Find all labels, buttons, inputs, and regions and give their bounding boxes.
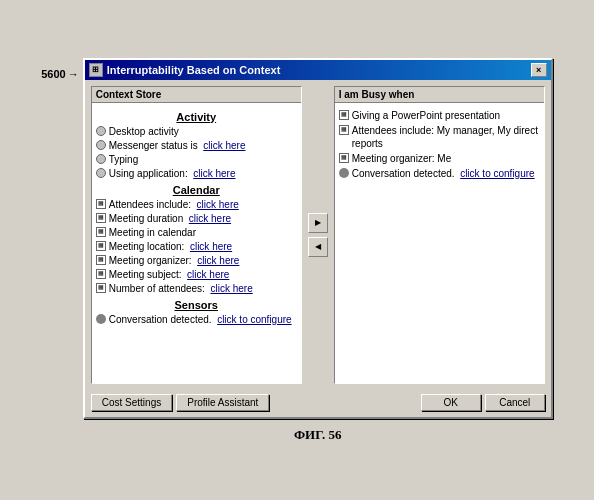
right-list-item: ▦ Attendees include: My manager, My dire… xyxy=(339,124,540,150)
fig-label: ФИГ. 56 xyxy=(294,427,342,443)
list-item: ▦ Meeting in calendar xyxy=(96,226,297,239)
arrow-right-button[interactable]: ▶ xyxy=(308,213,328,233)
gear-icon xyxy=(96,314,106,324)
list-item: Typing xyxy=(96,153,297,166)
list-item: ▦ Meeting subject: click here xyxy=(96,268,297,281)
configure-link[interactable]: click to configure xyxy=(460,168,534,179)
fig-number-text: 5600 xyxy=(41,68,65,80)
list-item: ▦ Meeting organizer: click here xyxy=(96,254,297,267)
dialog-window: ⊞ Interruptability Based on Context × Co… xyxy=(83,58,553,419)
arrow-left-button[interactable]: ◀ xyxy=(308,237,328,257)
circle-icon xyxy=(96,126,106,136)
list-item: ▦ Meeting location: click here xyxy=(96,240,297,253)
list-item: ▦ Attendees include: click here xyxy=(96,198,297,211)
footer-right: OK Cancel xyxy=(421,394,545,411)
left-panel: Context Store Activity Desktop activity … xyxy=(91,86,302,384)
sensors-header: Sensors xyxy=(96,299,297,311)
left-panel-title: Context Store xyxy=(92,87,301,103)
item-text: Typing xyxy=(109,153,297,166)
dialog-title: Interruptability Based on Context xyxy=(107,64,281,76)
dialog-body: Context Store Activity Desktop activity … xyxy=(85,80,551,390)
click-here-link[interactable]: click here xyxy=(197,255,239,266)
calendar-icon: ▦ xyxy=(96,283,106,293)
item-text: Using application: click here xyxy=(109,167,297,180)
profile-assistant-button[interactable]: Profile Assistant xyxy=(176,394,269,411)
item-text: Meeting organizer: click here xyxy=(109,254,297,267)
list-item: Conversation detected. click to configur… xyxy=(96,313,297,326)
arrow-pointer: → xyxy=(68,68,79,80)
right-list-item: Conversation detected. click to configur… xyxy=(339,167,540,180)
close-button[interactable]: × xyxy=(531,63,547,77)
circle-icon xyxy=(96,154,106,164)
click-here-link[interactable]: click here xyxy=(190,241,232,252)
title-bar-left: ⊞ Interruptability Based on Context xyxy=(89,63,281,77)
calendar-icon: ▦ xyxy=(339,125,349,135)
dialog-footer: Cost Settings Profile Assistant OK Cance… xyxy=(85,390,551,417)
item-text: Messenger status is click here xyxy=(109,139,297,152)
click-here-link[interactable]: click here xyxy=(193,168,235,179)
cancel-button[interactable]: Cancel xyxy=(485,394,545,411)
activity-header: Activity xyxy=(96,111,297,123)
click-here-link[interactable]: click here xyxy=(197,199,239,210)
list-item: ▦ Meeting duration click here xyxy=(96,212,297,225)
calendar-icon: ▦ xyxy=(96,241,106,251)
item-text: Giving a PowerPoint presentation xyxy=(352,109,500,122)
item-text: Conversation detected. click to configur… xyxy=(109,313,297,326)
item-text: Meeting organizer: Me xyxy=(352,152,452,165)
item-text: Meeting location: click here xyxy=(109,240,297,253)
calendar-icon: ▦ xyxy=(96,199,106,209)
circle-icon xyxy=(96,168,106,178)
item-text: Meeting subject: click here xyxy=(109,268,297,281)
right-list-item: ▦ Giving a PowerPoint presentation xyxy=(339,109,540,122)
cost-settings-button[interactable]: Cost Settings xyxy=(91,394,172,411)
right-panel-title: I am Busy when xyxy=(335,87,544,103)
item-text: Meeting in calendar xyxy=(109,226,297,239)
ok-button[interactable]: OK xyxy=(421,394,481,411)
calendar-icon: ▦ xyxy=(339,110,349,120)
click-here-link[interactable]: click here xyxy=(187,269,229,280)
list-item: ▦ Number of attendees: click here xyxy=(96,282,297,295)
item-text: Meeting duration click here xyxy=(109,212,297,225)
click-here-link[interactable]: click here xyxy=(203,140,245,151)
list-item: Using application: click here xyxy=(96,167,297,180)
footer-left: Cost Settings Profile Assistant xyxy=(91,394,270,411)
click-here-link[interactable]: click here xyxy=(210,283,252,294)
title-bar: ⊞ Interruptability Based on Context × xyxy=(85,60,551,80)
right-list-item: ▦ Meeting organizer: Me xyxy=(339,152,540,165)
calendar-icon: ▦ xyxy=(96,227,106,237)
list-item: Messenger status is click here xyxy=(96,139,297,152)
calendar-icon: ▦ xyxy=(96,269,106,279)
item-text: Attendees include: My manager, My direct… xyxy=(352,124,540,150)
item-text: Desktop activity xyxy=(109,125,297,138)
window-icon: ⊞ xyxy=(89,63,103,77)
calendar-icon: ▦ xyxy=(96,255,106,265)
left-panel-content: Activity Desktop activity Messenger stat… xyxy=(92,103,301,383)
item-text: Attendees include: click here xyxy=(109,198,297,211)
outer-wrapper: 5600 → ⊞ Interruptability Based on Conte… xyxy=(41,58,552,443)
calendar-icon: ▦ xyxy=(96,213,106,223)
item-text: Conversation detected. click to configur… xyxy=(352,167,535,180)
fig-number-label: 5600 → xyxy=(41,68,78,80)
circle-icon xyxy=(96,140,106,150)
click-here-link[interactable]: click here xyxy=(189,213,231,224)
calendar-icon: ▦ xyxy=(339,153,349,163)
middle-arrows: ▶ ◀ xyxy=(308,86,328,384)
list-item: Desktop activity xyxy=(96,125,297,138)
right-panel-content: ▦ Giving a PowerPoint presentation ▦ Att… xyxy=(335,103,544,383)
calendar-header: Calendar xyxy=(96,184,297,196)
gear-icon xyxy=(339,168,349,178)
right-panel: I am Busy when ▦ Giving a PowerPoint pre… xyxy=(334,86,545,384)
click-here-link[interactable]: click to configure xyxy=(217,314,291,325)
item-text: Number of attendees: click here xyxy=(109,282,297,295)
